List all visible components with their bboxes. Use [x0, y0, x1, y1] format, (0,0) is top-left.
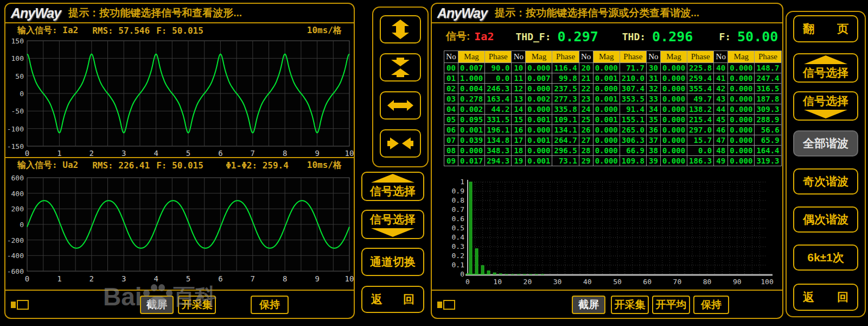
svg-text:5: 5 [186, 274, 190, 283]
table-cell: 335.8 [552, 104, 579, 115]
table-cell: 0.007 [526, 73, 552, 84]
table-cell: 66.9 [620, 146, 646, 156]
table-cell: 246.3 [485, 84, 512, 94]
battery-icon [437, 300, 456, 310]
odd-harmonics-label: 奇次谐波 [803, 174, 848, 189]
expand-horizontal-button[interactable] [380, 91, 421, 120]
even-harmonics-label: 偶次谐波 [803, 212, 848, 227]
table-cell: 05 [444, 115, 458, 125]
wave2-info: 输入信号: Ua2 RMS: 226.41 F: 50.015 Φ1-Φ2: 2… [5, 158, 354, 172]
table-header-cell: No [512, 51, 526, 63]
expand-vertical-button[interactable] [380, 15, 421, 43]
table-cell: 0.000 [593, 125, 620, 135]
table-cell: 73.1 [552, 156, 579, 166]
table-header-cell: Phase [755, 51, 781, 63]
svg-text:30: 30 [553, 278, 562, 286]
svg-text:90: 90 [733, 278, 742, 286]
compress-horizontal-button[interactable] [380, 129, 421, 158]
table-cell: 0.000 [660, 115, 687, 125]
table-cell: 0.000 [728, 135, 755, 146]
6k-plus-minus-1-button[interactable]: 6k±1次 [793, 244, 858, 271]
table-cell: 225.8 [687, 63, 714, 73]
thd-value: 0.296 [652, 29, 693, 45]
signal-select-up-button[interactable]: 信号选择 [793, 53, 858, 83]
table-cell: 0.000 [593, 84, 620, 94]
table-cell: 40 [714, 63, 728, 73]
start-acquire-button[interactable]: 开采集 [178, 296, 216, 314]
table-header-cell: No [646, 51, 660, 63]
table-cell: 39 [646, 156, 660, 166]
table-cell: 0.000 [660, 146, 687, 156]
odd-harmonics-button[interactable]: 奇次谐波 [793, 168, 858, 195]
page-char-1: 翻 [803, 21, 814, 36]
table-cell: 33 [646, 94, 660, 104]
svg-text:0: 0 [465, 278, 470, 286]
table-cell: 1.000 [458, 73, 485, 84]
svg-text:50: 50 [15, 72, 24, 80]
signal-select-down-button[interactable]: 信号选择 [793, 91, 858, 121]
left-footerbar: 截屏 开采集 保持 [5, 290, 354, 318]
table-cell: 0.001 [458, 125, 485, 135]
table-cell: 18 [512, 146, 526, 156]
screenshot-button[interactable]: 截屏 [140, 296, 174, 314]
svg-text:40: 40 [583, 278, 592, 286]
table-cell: 35 [646, 115, 660, 125]
svg-text:-150: -150 [7, 142, 24, 151]
table-cell: 0.000 [526, 104, 552, 115]
table-cell: 0.000 [593, 135, 620, 146]
svg-text:50: 50 [613, 278, 622, 286]
table-cell: 210.0 [620, 73, 646, 84]
start-average-button[interactable]: 开平均 [652, 296, 690, 314]
all-harmonics-button[interactable]: 全部谐波 [793, 130, 858, 156]
table-cell: 31 [646, 73, 660, 84]
signal-select-down-button[interactable]: 信号选择 [361, 210, 424, 239]
anyway-logo: AnyWay [11, 5, 61, 21]
page-flip-button[interactable]: 翻 页 [793, 15, 858, 42]
analyzer-screen: AnyWay 提示：按功能键选择信号和查看波形... 输入信号: Ia2 RMS… [0, 0, 868, 326]
svg-text:3: 3 [122, 149, 126, 158]
table-header-cell: No [444, 51, 458, 63]
table-header-cell: Mag [526, 51, 552, 63]
table-cell: 0.000 [660, 156, 687, 166]
svg-text:0.7: 0.7 [452, 205, 464, 214]
svg-text:2: 2 [90, 149, 94, 158]
screenshot-button[interactable]: 截屏 [572, 296, 605, 314]
table-header-cell: Mag [458, 51, 485, 63]
table-cell: 46 [714, 125, 728, 135]
table-cell: 22 [579, 84, 593, 94]
svg-text:0.2: 0.2 [452, 252, 464, 260]
svg-text:1: 1 [57, 149, 61, 158]
table-cell: 42 [714, 84, 728, 94]
table-row: 080.000348.3180.000296.5280.00066.9380.0… [444, 146, 782, 156]
table-cell: 13 [512, 94, 526, 104]
table-cell: 99.8 [552, 73, 579, 84]
table-row: 020.004246.3120.000237.5220.000307.4320.… [444, 84, 782, 94]
svg-text:0.4: 0.4 [452, 233, 465, 241]
hold-button[interactable]: 保持 [251, 296, 289, 314]
svg-text:0: 0 [20, 90, 24, 98]
compress-vertical-button[interactable] [380, 53, 421, 82]
channel-switch-button[interactable]: 通道切换 [361, 248, 424, 276]
back-button-left[interactable]: 返 回 [361, 286, 424, 313]
wave2-timebase: 10ms/格 [307, 160, 342, 171]
table-cell: 306.3 [620, 135, 646, 146]
table-cell: 91.4 [620, 104, 646, 115]
even-harmonics-button[interactable]: 偶次谐波 [793, 206, 858, 233]
table-cell: 264.7 [552, 135, 579, 146]
start-acquire-button[interactable]: 开采集 [611, 296, 649, 314]
svg-text:0: 0 [25, 274, 29, 283]
svg-text:1: 1 [57, 274, 61, 283]
table-cell: 28 [579, 146, 593, 156]
hold-button[interactable]: 保持 [693, 296, 729, 314]
table-cell: 164.4 [755, 146, 781, 156]
table-cell: 155.1 [620, 115, 646, 125]
svg-text:10: 10 [493, 278, 502, 286]
back-button-right[interactable]: 返 回 [793, 284, 858, 311]
table-cell: 90.0 [485, 63, 512, 73]
wave1-freq: F: 50.015 [156, 26, 203, 36]
table-cell: 23 [579, 94, 593, 104]
signal-select-up-button[interactable]: 信号选择 [361, 172, 424, 201]
table-cell: 43 [714, 94, 728, 104]
table-cell: 109.8 [620, 156, 646, 166]
table-row: 060.001196.1160.000134.1260.000265.0360.… [444, 125, 782, 135]
